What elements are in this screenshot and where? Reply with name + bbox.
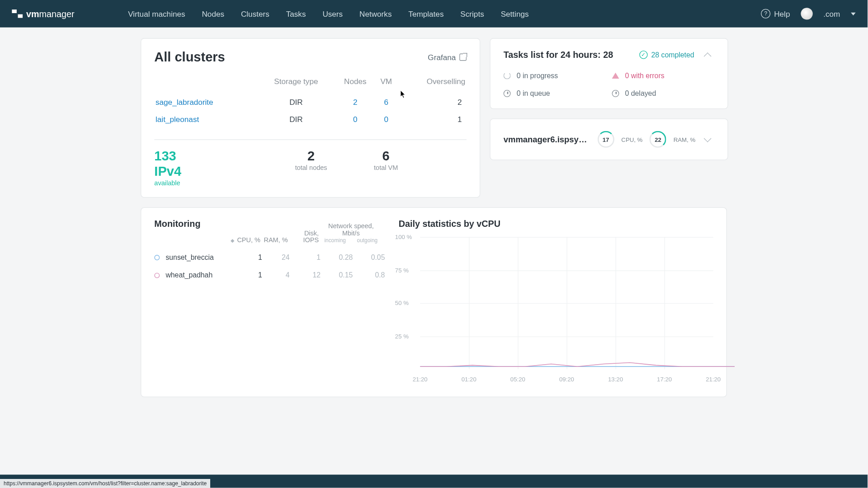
cluster-name-link[interactable]: sage_labradorite [156, 98, 213, 107]
expand-icon[interactable] [703, 135, 714, 144]
col-network[interactable]: Network speed, Mbit/s incomingoutgoing [319, 222, 383, 244]
divider [154, 139, 467, 140]
help-link[interactable]: ? Help [761, 9, 790, 19]
tasks-title: Tasks list for 24 hours: 28 [504, 49, 631, 59]
col-oversell: Overselling [397, 77, 465, 93]
clock-icon [504, 90, 511, 97]
node-summary-card[interactable]: vmmanager6.ispsystem... 17 CPU, % 22 RAM… [490, 118, 728, 160]
vcpu-chart: 100 %75 %50 %25 %21:2001:2005:2009:2013:… [399, 237, 713, 380]
nav-clusters[interactable]: Clusters [241, 9, 269, 18]
chart-title: Daily statistics by vCPU [399, 219, 713, 229]
col-storage: Storage type [258, 77, 335, 93]
col-disk[interactable]: Disk, IOPS [288, 229, 319, 244]
tasks-delayed[interactable]: 0 delayed [612, 89, 715, 98]
total-vm-label: total VM [346, 164, 426, 171]
monitor-name: sunset_breccia [165, 253, 237, 261]
cpu-ring: 17 [598, 131, 614, 148]
spinner-icon [504, 72, 511, 79]
col-ram[interactable]: RAM, % [260, 236, 288, 244]
ram-ring-label: RAM, % [674, 136, 695, 142]
monitoring-card: Monitoring ◆ CPU, % RAM, % Disk, IOPS Ne… [141, 207, 727, 397]
topbar: vmmanager Virtual machines Nodes Cluster… [0, 0, 868, 28]
nav-templates[interactable]: Templates [408, 9, 443, 18]
sort-icon[interactable]: ◆ [229, 238, 235, 244]
clusters-title: All clusters [154, 49, 225, 65]
browser-status-bar: https://vmmanager6.ispsystem.com/vm/host… [0, 479, 210, 488]
check-icon: ✓ [639, 50, 647, 58]
monitor-row[interactable]: wheat_padhah 1 4 12 0.15 0.8 [154, 271, 392, 279]
tasks-with-errors[interactable]: 0 with errors [612, 71, 715, 80]
col-vm: VM [376, 77, 396, 93]
cluster-storage: DIR [258, 111, 335, 127]
grafana-link[interactable]: Grafana [428, 53, 467, 62]
cluster-oversell: 1 [397, 111, 465, 127]
cpu-ring-label: CPU, % [621, 136, 642, 142]
col-cpu[interactable]: CPU, % [236, 236, 260, 244]
cluster-vm-link[interactable]: 6 [384, 98, 389, 107]
header-right: ? Help .com [761, 8, 855, 19]
user-menu[interactable]: .com [823, 9, 840, 18]
tasks-in-queue[interactable]: 0 in queue [504, 89, 606, 98]
ipv4-available: 133 IPv4 [154, 148, 205, 179]
monitoring-title: Monitoring [154, 219, 229, 229]
cluster-name-link[interactable]: lait_pleonast [156, 115, 199, 124]
monitor-row[interactable]: sunset_breccia 1 24 1 0.28 0.05 [154, 253, 392, 261]
main-nav: Virtual machines Nodes Clusters Tasks Us… [128, 9, 761, 18]
total-nodes: 2 [277, 148, 346, 164]
ipv4-label: available [154, 179, 205, 187]
series-dot-icon [154, 254, 160, 260]
help-icon: ? [761, 9, 770, 19]
clusters-summary: 133 IPv4 available 2 total nodes 6 total… [154, 148, 467, 186]
cluster-row: sage_labradorite DIR 2 6 2 [156, 94, 465, 110]
all-clusters-card: All clusters Grafana Storage type Nodes … [141, 38, 480, 197]
cluster-vm-link[interactable]: 0 [384, 115, 389, 124]
nav-users[interactable]: Users [322, 9, 343, 18]
logo-icon [12, 9, 23, 18]
cluster-storage: DIR [258, 94, 335, 110]
avatar[interactable] [801, 8, 812, 19]
ram-ring: 22 [650, 131, 666, 148]
cluster-oversell: 2 [397, 94, 465, 110]
nav-vm[interactable]: Virtual machines [128, 9, 185, 18]
clock-icon [612, 90, 619, 97]
tasks-completed[interactable]: ✓ 28 completed [639, 50, 694, 58]
chevron-down-icon[interactable] [851, 12, 856, 15]
logo[interactable]: vmmanager [12, 9, 74, 19]
clusters-table: Storage type Nodes VM Overselling sage_l… [154, 75, 467, 128]
cluster-nodes-link[interactable]: 2 [353, 98, 358, 107]
tasks-card: Tasks list for 24 hours: 28 ✓ 28 complet… [490, 38, 728, 109]
cluster-row: lait_pleonast DIR 0 0 1 [156, 111, 465, 127]
warning-icon [612, 73, 619, 79]
collapse-icon[interactable] [703, 50, 714, 59]
cluster-nodes-link[interactable]: 0 [353, 115, 358, 124]
nav-settings[interactable]: Settings [501, 9, 529, 18]
tasks-in-progress[interactable]: 0 in progress [504, 71, 606, 80]
total-vm: 6 [346, 148, 426, 164]
node-name: vmmanager6.ispsystem... [504, 135, 590, 144]
series-dot-icon [154, 272, 160, 278]
monitor-name: wheat_padhah [165, 271, 237, 279]
nav-tasks[interactable]: Tasks [286, 9, 306, 18]
nav-scripts[interactable]: Scripts [460, 9, 484, 18]
external-link-icon [459, 54, 467, 61]
nav-networks[interactable]: Networks [359, 9, 392, 18]
total-nodes-label: total nodes [277, 164, 346, 171]
nav-nodes[interactable]: Nodes [202, 9, 224, 18]
col-nodes: Nodes [336, 77, 375, 93]
